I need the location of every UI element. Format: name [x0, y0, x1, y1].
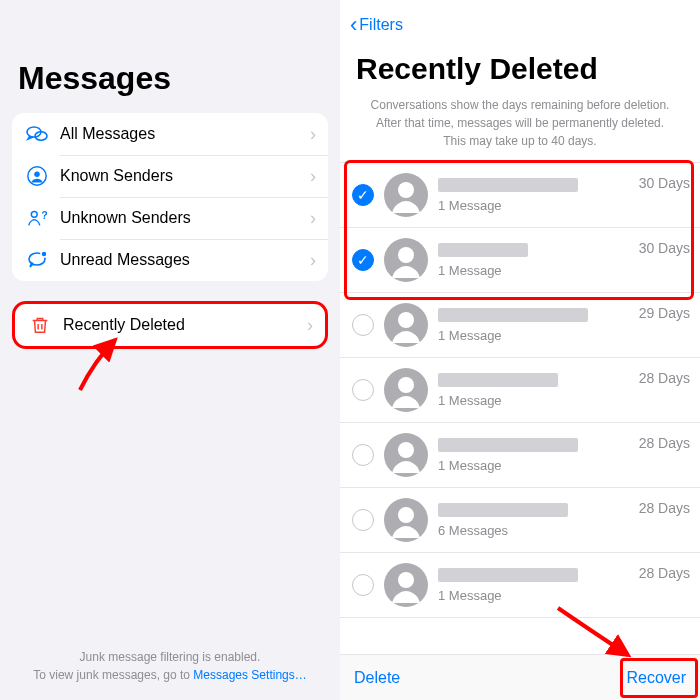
- message-count: 6 Messages: [438, 523, 633, 538]
- filter-unread-messages[interactable]: Unread Messages ›: [12, 239, 328, 281]
- page-title: Recently Deleted: [340, 42, 700, 96]
- trash-icon: [27, 312, 53, 338]
- svg-point-11: [398, 377, 414, 393]
- message-count: 1 Message: [438, 328, 633, 343]
- messages-filters-pane: Messages All Messages › Known Senders › …: [0, 0, 340, 700]
- recently-deleted-pane: ‹ Filters Recently Deleted Conversations…: [340, 0, 700, 700]
- checkbox-checked-icon[interactable]: ✓: [352, 184, 374, 206]
- message-count: 1 Message: [438, 393, 633, 408]
- conversation-row[interactable]: ✓1 Message30 Days: [340, 163, 700, 228]
- conversation-body: 1 Message: [438, 568, 633, 603]
- back-label: Filters: [359, 16, 403, 34]
- svg-point-7: [41, 251, 47, 257]
- conversation-row[interactable]: 1 Message28 Days: [340, 423, 700, 488]
- checkbox-unchecked-icon[interactable]: [352, 509, 374, 531]
- avatar-icon: [384, 303, 428, 347]
- svg-point-12: [398, 442, 414, 458]
- footer-note: Junk message filtering is enabled. To vi…: [0, 648, 340, 684]
- conversation-row[interactable]: 1 Message28 Days: [340, 358, 700, 423]
- checkbox-unchecked-icon[interactable]: [352, 574, 374, 596]
- conversation-body: 1 Message: [438, 373, 633, 408]
- recently-deleted-group: Recently Deleted ›: [12, 301, 328, 349]
- message-count: 1 Message: [438, 263, 633, 278]
- chevron-right-icon: ›: [310, 250, 316, 271]
- back-button[interactable]: ‹ Filters: [340, 0, 700, 42]
- footer-line1: Junk message filtering is enabled.: [0, 648, 340, 666]
- svg-text:?: ?: [42, 210, 48, 221]
- chevron-right-icon: ›: [307, 315, 313, 336]
- messages-settings-link[interactable]: Messages Settings…: [193, 668, 306, 682]
- chat-bubbles-icon: [24, 121, 50, 147]
- person-circle-icon: [24, 163, 50, 189]
- footer-line2: To view junk messages, go to Messages Se…: [0, 666, 340, 684]
- days-remaining: 28 Days: [639, 563, 690, 581]
- conversation-body: 6 Messages: [438, 503, 633, 538]
- filter-label: Unknown Senders: [60, 209, 310, 227]
- days-remaining: 30 Days: [639, 173, 690, 191]
- conversation-body: 1 Message: [438, 243, 633, 278]
- message-count: 1 Message: [438, 588, 633, 603]
- days-remaining: 29 Days: [639, 303, 690, 321]
- filter-label: Known Senders: [60, 167, 310, 185]
- days-remaining: 28 Days: [639, 498, 690, 516]
- chevron-right-icon: ›: [310, 124, 316, 145]
- days-remaining: 30 Days: [639, 238, 690, 256]
- message-count: 1 Message: [438, 458, 633, 473]
- conversation-list: ✓1 Message30 Days✓1 Message30 Days1 Mess…: [340, 162, 700, 618]
- svg-point-13: [398, 507, 414, 523]
- unread-bubble-icon: [24, 247, 50, 273]
- filter-label: All Messages: [60, 125, 310, 143]
- checkbox-checked-icon[interactable]: ✓: [352, 249, 374, 271]
- conversation-body: 1 Message: [438, 308, 633, 343]
- svg-point-14: [398, 572, 414, 588]
- filter-unknown-senders[interactable]: ? Unknown Senders ›: [12, 197, 328, 239]
- filter-all-messages[interactable]: All Messages ›: [12, 113, 328, 155]
- checkbox-unchecked-icon[interactable]: [352, 444, 374, 466]
- checkbox-unchecked-icon[interactable]: [352, 379, 374, 401]
- conversation-body: 1 Message: [438, 438, 633, 473]
- avatar-icon: [384, 173, 428, 217]
- bottom-toolbar: Delete Recover: [340, 654, 700, 700]
- avatar-icon: [384, 563, 428, 607]
- svg-point-9: [398, 247, 414, 263]
- filter-recently-deleted[interactable]: Recently Deleted ›: [15, 304, 325, 346]
- filter-label: Unread Messages: [60, 251, 310, 269]
- svg-point-3: [34, 171, 40, 177]
- filter-list: All Messages › Known Senders › ? Unknown…: [12, 113, 328, 281]
- days-remaining: 28 Days: [639, 368, 690, 386]
- delete-button[interactable]: Delete: [354, 669, 400, 687]
- page-title: Messages: [0, 0, 340, 113]
- redacted-name: [438, 373, 558, 387]
- svg-point-8: [398, 182, 414, 198]
- svg-point-10: [398, 312, 414, 328]
- redacted-name: [438, 438, 578, 452]
- person-question-icon: ?: [24, 205, 50, 231]
- avatar-icon: [384, 498, 428, 542]
- chevron-right-icon: ›: [310, 166, 316, 187]
- conversation-body: 1 Message: [438, 178, 633, 213]
- chevron-right-icon: ›: [310, 208, 316, 229]
- avatar-icon: [384, 368, 428, 412]
- conversation-row[interactable]: 1 Message28 Days: [340, 553, 700, 618]
- checkbox-unchecked-icon[interactable]: [352, 314, 374, 336]
- info-text: Conversations show the days remaining be…: [340, 96, 700, 162]
- avatar-icon: [384, 433, 428, 477]
- conversation-row[interactable]: 6 Messages28 Days: [340, 488, 700, 553]
- redacted-name: [438, 308, 588, 322]
- filter-known-senders[interactable]: Known Senders ›: [12, 155, 328, 197]
- chevron-left-icon: ‹: [350, 14, 357, 36]
- redacted-name: [438, 243, 528, 257]
- conversation-row[interactable]: 1 Message29 Days: [340, 293, 700, 358]
- message-count: 1 Message: [438, 198, 633, 213]
- days-remaining: 28 Days: [639, 433, 690, 451]
- redacted-name: [438, 178, 578, 192]
- redacted-name: [438, 568, 578, 582]
- filter-label: Recently Deleted: [63, 316, 307, 334]
- avatar-icon: [384, 238, 428, 282]
- redacted-name: [438, 503, 568, 517]
- svg-point-4: [31, 211, 37, 217]
- conversation-row[interactable]: ✓1 Message30 Days: [340, 228, 700, 293]
- recover-button[interactable]: Recover: [626, 669, 686, 687]
